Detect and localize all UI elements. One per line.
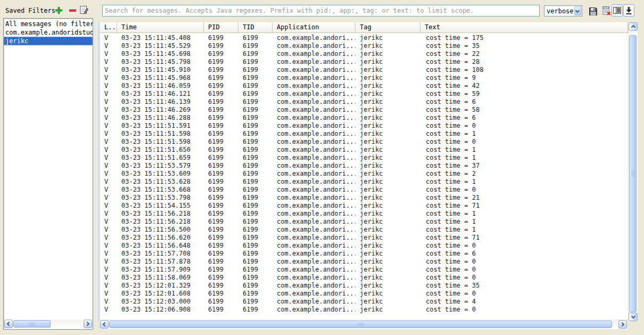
clear-log-button[interactable] — [601, 5, 612, 16]
table-row[interactable]: V 03-23 15:11:53.668 6199 6199 com.examp… — [100, 186, 628, 194]
cell-time: 03-23 15:11:46.269 — [117, 106, 204, 114]
col-header-application[interactable]: Application — [273, 22, 356, 32]
add-filter-button[interactable] — [54, 5, 63, 15]
scroll-to-bottom-toggle[interactable] — [623, 4, 634, 17]
cell-time: 03-23 15:12:03.000 — [117, 298, 204, 306]
table-scroll-left-button[interactable] — [100, 320, 109, 329]
table-row[interactable]: V 03-23 15:11:51.650 6199 6199 com.examp… — [100, 146, 628, 154]
edit-filter-button[interactable] — [79, 4, 89, 15]
cell-level: V — [100, 66, 117, 74]
table-row[interactable]: V 03-23 15:11:53.609 6199 6199 com.examp… — [100, 170, 628, 178]
col-header-tag[interactable]: Tag — [356, 22, 420, 32]
cell-tid: 6199 — [238, 306, 273, 314]
table-row[interactable]: V 03-23 15:11:45.529 6199 6199 com.examp… — [100, 42, 628, 50]
search-input[interactable] — [102, 5, 540, 17]
cell-tid: 6199 — [238, 186, 273, 194]
cell-tid: 6199 — [238, 266, 273, 274]
cell-text: cost time = 22 — [420, 50, 628, 58]
table-row[interactable]: V 03-23 15:11:45.798 6199 6199 com.examp… — [100, 58, 628, 66]
cell-application: com.example.andori... — [273, 194, 356, 202]
table-row[interactable]: V 03-23 15:11:51.659 6199 6199 com.examp… — [100, 154, 628, 162]
cell-text: cost time = 1 — [420, 210, 628, 218]
table-row[interactable]: V 03-23 15:12:01.608 6199 6199 com.examp… — [100, 290, 628, 298]
table-row[interactable]: V 03-23 15:12:06.908 6199 6199 com.examp… — [100, 306, 628, 314]
table-row[interactable]: V 03-23 15:11:57.909 6199 6199 com.examp… — [100, 266, 628, 274]
cell-text: cost time = 71 — [420, 202, 628, 210]
cell-application: com.example.andori... — [273, 258, 356, 266]
cell-tid: 6199 — [238, 234, 273, 242]
table-row[interactable]: V 03-23 15:11:45.408 6199 6199 com.examp… — [100, 34, 628, 42]
col-header-level[interactable]: L... — [100, 22, 117, 32]
table-row[interactable]: V 03-23 15:11:57.878 6199 6199 com.examp… — [100, 258, 628, 266]
table-row[interactable]: V 03-23 15:11:56.218 6199 6199 com.examp… — [100, 218, 628, 226]
table-row[interactable]: V 03-23 15:11:56.620 6199 6199 com.examp… — [100, 234, 628, 242]
cell-pid: 6199 — [204, 282, 238, 290]
filters-hscrollbar[interactable] — [4, 320, 92, 329]
table-row[interactable]: V 03-23 15:11:54.155 6199 6199 com.examp… — [100, 202, 628, 210]
table-row[interactable]: V 03-23 15:11:46.288 6199 6199 com.examp… — [100, 114, 628, 122]
cell-text: cost time = 35 — [420, 42, 628, 50]
table-row[interactable]: V 03-23 15:11:51.598 6199 6199 com.examp… — [100, 130, 628, 138]
table-hscrollbar[interactable] — [100, 320, 627, 329]
table-row[interactable]: V 03-23 15:11:46.059 6199 6199 com.examp… — [100, 82, 628, 90]
table-vscroll-thumb[interactable] — [629, 35, 637, 312]
display-saved-filters-toggle[interactable] — [612, 4, 623, 17]
table-row[interactable]: V 03-23 15:11:58.069 6199 6199 com.examp… — [100, 274, 628, 282]
table-row[interactable]: V 03-23 15:11:46.269 6199 6199 com.examp… — [100, 106, 628, 114]
cell-tid: 6199 — [238, 90, 273, 98]
dropdown-arrow-button[interactable] — [574, 6, 581, 15]
table-row[interactable]: V 03-23 15:11:51.591 6199 6199 com.examp… — [100, 122, 628, 130]
cell-pid: 6199 — [204, 106, 238, 114]
table-row[interactable]: V 03-23 15:11:45.968 6199 6199 com.examp… — [100, 74, 628, 82]
cell-application: com.example.andori... — [273, 290, 356, 298]
save-log-button[interactable] — [588, 6, 598, 17]
cell-level: V — [100, 202, 117, 210]
cell-time: 03-23 15:11:57.878 — [117, 258, 204, 266]
table-scroll-down-button[interactable] — [629, 313, 638, 321]
panel-divider[interactable] — [96, 22, 100, 321]
table-row[interactable]: V 03-23 15:11:53.628 6199 6199 com.examp… — [100, 178, 628, 186]
filters-scroll-left-button[interactable] — [4, 320, 13, 328]
cell-tid: 6199 — [238, 170, 273, 178]
table-row[interactable]: V 03-23 15:11:56.648 6199 6199 com.examp… — [100, 242, 628, 250]
filter-list-item[interactable]: jerikc — [4, 37, 93, 45]
table-row[interactable]: V 03-23 15:11:46.121 6199 6199 com.examp… — [100, 90, 628, 98]
table-row[interactable]: V 03-23 15:11:56.218 6199 6199 com.examp… — [100, 210, 628, 218]
table-vscrollbar[interactable] — [629, 22, 638, 321]
cell-text: cost time = 6 — [420, 250, 628, 258]
log-level-dropdown[interactable]: verbose — [544, 5, 582, 17]
table-row[interactable]: V 03-23 15:11:53.798 6199 6199 com.examp… — [100, 194, 628, 202]
cell-tid: 6199 — [238, 274, 273, 282]
filter-list-item[interactable]: All messages (no filters) — [4, 20, 93, 28]
table-row[interactable]: V 03-23 15:11:45.698 6199 6199 com.examp… — [100, 50, 628, 58]
table-row[interactable]: V 03-23 15:12:03.000 6199 6199 com.examp… — [100, 298, 628, 306]
table-row[interactable]: V 03-23 15:11:45.910 6199 6199 com.examp… — [100, 66, 628, 74]
cell-text: cost time = 6 — [420, 114, 628, 122]
table-scroll-right-button[interactable] — [618, 320, 627, 329]
filters-hscroll-thumb[interactable] — [13, 320, 51, 328]
col-header-time[interactable]: Time — [117, 22, 204, 32]
col-header-tid[interactable]: TID — [238, 22, 273, 32]
thumb-grip — [631, 171, 635, 177]
table-row[interactable]: V 03-23 15:11:56.500 6199 6199 com.examp… — [100, 226, 628, 234]
filter-list-item[interactable]: com.example.andoridstudydem — [4, 28, 93, 37]
cell-pid: 6199 — [204, 74, 238, 82]
filters-scroll-right-button[interactable] — [84, 320, 92, 328]
cell-tag: jerikc — [356, 90, 420, 98]
table-scroll-up-button[interactable] — [629, 22, 638, 31]
table-hscroll-thumb[interactable] — [109, 321, 612, 328]
cell-application: com.example.andori... — [273, 90, 356, 98]
table-row[interactable]: V 03-23 15:11:46.139 6199 6199 com.examp… — [100, 98, 628, 106]
cell-application: com.example.andori... — [273, 266, 356, 274]
cell-level: V — [100, 282, 117, 290]
cell-text: cost time = 59 — [420, 90, 628, 98]
table-row[interactable]: V 03-23 15:11:51.598 6199 6199 com.examp… — [100, 138, 628, 146]
col-header-text[interactable]: Text — [420, 22, 628, 32]
remove-filter-button[interactable] — [68, 5, 77, 15]
table-row[interactable]: V 03-23 15:11:57.708 6199 6199 com.examp… — [100, 250, 628, 258]
cell-time: 03-23 15:11:58.069 — [117, 274, 204, 282]
cell-level: V — [100, 42, 117, 50]
col-header-pid[interactable]: PID — [204, 22, 238, 32]
table-row[interactable]: V 03-23 15:11:53.579 6199 6199 com.examp… — [100, 162, 628, 170]
table-row[interactable]: V 03-23 15:12:01.329 6199 6199 com.examp… — [100, 282, 628, 290]
